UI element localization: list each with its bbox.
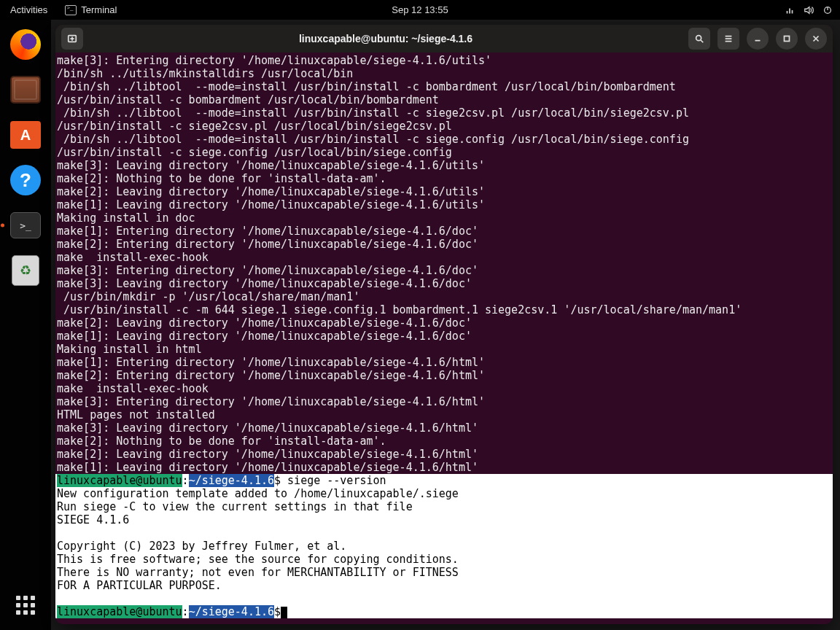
- terminal-output-line: /usr/bin/install -c siege2csv.pl /usr/lo…: [55, 120, 833, 133]
- prompt-path: ~/siege-4.1.6: [189, 605, 274, 618]
- prompt-dollar: $: [274, 474, 281, 487]
- clock[interactable]: Sep 12 13:55: [392, 4, 448, 15]
- terminal-output-line: [55, 592, 833, 605]
- dock-item-help[interactable]: ?: [7, 161, 44, 199]
- terminal-output-line: /usr/bin/mkdir -p '/usr/local/share/man/…: [55, 290, 833, 303]
- activities-button[interactable]: Activities: [0, 4, 58, 15]
- terminal-output-line: [55, 526, 833, 540]
- terminal-output-line: make[1]: Entering directory '/home/linux…: [55, 356, 833, 369]
- terminal-viewport[interactable]: make[3]: Entering directory '/home/linux…: [55, 52, 833, 624]
- terminal-output-line: make[2]: Entering directory '/home/linux…: [55, 369, 833, 382]
- prompt-path: ~/siege-4.1.6: [189, 474, 274, 487]
- terminal-output-line: FOR A PARTICULAR PURPOSE.: [55, 579, 833, 592]
- terminal-output-line: make[2]: Nothing to be done for 'install…: [55, 435, 833, 448]
- terminal-output-line: /bin/sh ../libtool --mode=install /usr/b…: [55, 106, 833, 120]
- dock-item-terminal[interactable]: >_: [7, 206, 44, 244]
- terminal-icon: >_: [10, 212, 41, 238]
- terminal-output-line: make install-exec-hook: [55, 251, 833, 264]
- terminal-output-line: make[3]: Entering directory '/home/linux…: [55, 264, 833, 277]
- power-icon: [822, 5, 833, 15]
- terminal-output-line: This is free software; see the source fo…: [55, 553, 833, 566]
- terminal-output-line: make[3]: Entering directory '/home/linux…: [55, 395, 833, 408]
- terminal-output-line: /bin/sh ../libtool --mode=install /usr/b…: [55, 80, 833, 93]
- cursor: [281, 607, 287, 618]
- prompt-user-host: linuxcapable@ubuntu: [57, 605, 182, 618]
- minimize-button[interactable]: [747, 28, 769, 50]
- new-tab-button[interactable]: [61, 28, 83, 50]
- network-icon: [785, 5, 795, 15]
- help-icon: ?: [10, 165, 41, 195]
- files-icon: [10, 76, 41, 104]
- terminal-output-line: make[3]: Entering directory '/home/linux…: [55, 54, 833, 67]
- terminal-output-line: make[3]: Leaving directory '/home/linuxc…: [55, 421, 833, 435]
- terminal-output-line: make[2]: Leaving directory '/home/linuxc…: [55, 448, 833, 461]
- dock-item-files[interactable]: [7, 71, 44, 109]
- ubuntu-dock: ? >_: [0, 20, 51, 630]
- terminal-output-line: Copyright (C) 2023 by Jeffrey Fulmer, et…: [55, 540, 833, 553]
- window-titlebar[interactable]: linuxcapable@ubuntu: ~/siege-4.1.6: [55, 25, 833, 52]
- terminal-output-line: /bin/sh ../utils/mkinstalldirs /usr/loca…: [55, 67, 833, 80]
- prompt-line[interactable]: linuxcapable@ubuntu:~/siege-4.1.6$ siege…: [55, 474, 833, 487]
- terminal-output-line: HTML pages not installed: [55, 408, 833, 421]
- terminal-output-line: make[2]: Nothing to be done for 'install…: [55, 172, 833, 185]
- dock-item-firefox[interactable]: [7, 26, 44, 63]
- active-app-menu[interactable]: Terminal: [58, 4, 124, 15]
- terminal-output-line: /bin/sh ../libtool --mode=install /usr/b…: [55, 133, 833, 146]
- terminal-output-line: /usr/bin/install -c -m 644 siege.1 siege…: [55, 303, 833, 316]
- terminal-output-line: make[3]: Leaving directory '/home/linuxc…: [55, 277, 833, 290]
- prompt-separator: :: [182, 605, 189, 618]
- terminal-output-line: There is NO warranty; not even for MERCH…: [55, 566, 833, 579]
- terminal-output-line: make[1]: Leaving directory '/home/linuxc…: [55, 330, 833, 343]
- terminal-output-line: SIEGE 4.1.6: [55, 513, 833, 526]
- terminal-output-line: Run siege -C to view the current setting…: [55, 500, 833, 513]
- terminal-output-line: Making install in doc: [55, 211, 833, 225]
- svg-rect-3: [785, 36, 790, 42]
- terminal-output-line: make[2]: Entering directory '/home/linux…: [55, 238, 833, 251]
- hamburger-menu-button[interactable]: [718, 28, 739, 50]
- terminal-output-line: New configuration template added to /hom…: [55, 487, 833, 500]
- software-icon: [10, 121, 41, 149]
- terminal-output-line: make[1]: Leaving directory '/home/linuxc…: [55, 461, 833, 474]
- terminal-output-line: make install-exec-hook: [55, 382, 833, 395]
- svg-point-2: [696, 36, 701, 41]
- terminal-output-line: make[1]: Leaving directory '/home/linuxc…: [55, 198, 833, 211]
- entered-command: siege --version: [281, 474, 386, 487]
- show-applications-button[interactable]: [9, 589, 42, 621]
- firefox-icon: [10, 29, 41, 60]
- terminal-output-line: make[1]: Entering directory '/home/linux…: [55, 225, 833, 238]
- terminal-output-line: make[3]: Leaving directory '/home/linuxc…: [55, 159, 833, 172]
- terminal-output-line: make[2]: Leaving directory '/home/linuxc…: [55, 316, 833, 330]
- active-app-label: Terminal: [81, 4, 117, 15]
- prompt-line[interactable]: linuxcapable@ubuntu:~/siege-4.1.6$: [55, 605, 833, 618]
- terminal-output-line: /usr/bin/install -c bombardment /usr/loc…: [55, 93, 833, 106]
- prompt-dollar: $: [274, 605, 281, 618]
- terminal-output-line: /usr/bin/install -c siege.config /usr/lo…: [55, 146, 833, 159]
- terminal-output-line: make[2]: Leaving directory '/home/linuxc…: [55, 185, 833, 198]
- apps-grid-icon: [16, 596, 35, 615]
- terminal-window: linuxcapable@ubuntu: ~/siege-4.1.6 make[…: [55, 25, 833, 624]
- window-title: linuxcapable@ubuntu: ~/siege-4.1.6: [89, 33, 682, 44]
- trash-icon: [12, 255, 39, 286]
- close-button[interactable]: [805, 28, 827, 50]
- gnome-top-bar: Activities Terminal Sep 12 13:55: [0, 0, 840, 20]
- maximize-button[interactable]: [776, 28, 798, 50]
- terminal-icon: [65, 5, 77, 15]
- dock-item-trash[interactable]: [7, 252, 44, 289]
- prompt-separator: :: [182, 474, 189, 487]
- terminal-output-line: Making install in html: [55, 343, 833, 356]
- dock-item-software[interactable]: [7, 116, 44, 154]
- search-button[interactable]: [688, 28, 710, 50]
- volume-icon: [804, 5, 814, 15]
- prompt-user-host: linuxcapable@ubuntu: [57, 474, 182, 487]
- system-status-area[interactable]: [785, 5, 833, 15]
